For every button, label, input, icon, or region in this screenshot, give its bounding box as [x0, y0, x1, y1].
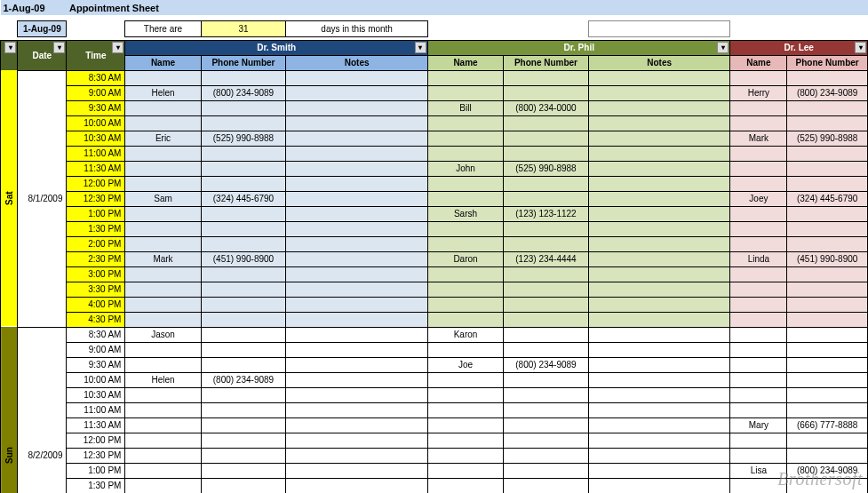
- smith-phone-cell[interactable]: (324) 445-6790: [201, 191, 286, 206]
- phil-name-cell[interactable]: [427, 372, 503, 387]
- phil-name-cell[interactable]: Sarsh: [427, 206, 503, 221]
- phil-phone-cell[interactable]: [504, 191, 589, 206]
- smith-notes-cell[interactable]: [286, 463, 428, 478]
- lee-phone-cell[interactable]: [787, 312, 868, 327]
- lee-name-cell[interactable]: [730, 297, 787, 312]
- phil-phone-cell[interactable]: (123) 123-1122: [504, 206, 589, 221]
- phil-notes-cell[interactable]: [588, 191, 730, 206]
- phil-phone-cell[interactable]: [504, 236, 589, 251]
- time-cell[interactable]: 11:00 AM: [67, 146, 125, 161]
- smith-phone-cell[interactable]: (800) 234-9089: [201, 85, 286, 100]
- col-smith-phone[interactable]: Phone Number: [201, 55, 286, 70]
- smith-name-cell[interactable]: [125, 176, 201, 191]
- header-time[interactable]: Time ▾: [67, 40, 125, 70]
- time-cell[interactable]: 10:00 AM: [67, 372, 125, 387]
- smith-phone-cell[interactable]: [201, 433, 286, 448]
- lee-phone-cell[interactable]: [787, 342, 868, 357]
- time-cell[interactable]: 10:00 AM: [67, 115, 125, 131]
- time-cell[interactable]: 9:30 AM: [67, 100, 125, 115]
- smith-name-cell[interactable]: Sam: [125, 191, 201, 206]
- filter-dropdown-icon[interactable]: ▾: [112, 42, 123, 53]
- time-cell[interactable]: 10:30 AM: [67, 387, 125, 402]
- lee-phone-cell[interactable]: [787, 402, 868, 417]
- smith-name-cell[interactable]: [125, 297, 201, 312]
- smith-notes-cell[interactable]: [286, 282, 428, 297]
- lee-name-cell[interactable]: [730, 448, 787, 463]
- phil-name-cell[interactable]: [427, 387, 503, 402]
- info-date-cell[interactable]: 1-Aug-09: [18, 20, 67, 36]
- smith-name-cell[interactable]: [125, 100, 201, 115]
- phil-notes-cell[interactable]: [588, 251, 730, 266]
- smith-phone-cell[interactable]: [201, 312, 286, 327]
- phil-name-cell[interactable]: [427, 312, 503, 327]
- phil-name-cell[interactable]: [427, 282, 503, 297]
- lee-name-cell[interactable]: [730, 327, 787, 342]
- lee-phone-cell[interactable]: [787, 357, 868, 372]
- lee-name-cell[interactable]: [730, 342, 787, 357]
- lee-name-cell[interactable]: [730, 115, 787, 131]
- lee-name-cell[interactable]: [730, 206, 787, 221]
- phil-notes-cell[interactable]: [588, 297, 730, 312]
- phil-name-cell[interactable]: Karon: [427, 327, 503, 342]
- lee-name-cell[interactable]: Mark: [730, 131, 787, 146]
- time-cell[interactable]: 2:00 PM: [67, 236, 125, 251]
- lee-phone-cell[interactable]: [787, 387, 868, 402]
- phil-notes-cell[interactable]: [588, 357, 730, 372]
- smith-notes-cell[interactable]: [286, 236, 428, 251]
- smith-phone-cell[interactable]: (451) 990-8900: [201, 251, 286, 266]
- time-cell[interactable]: 11:00 AM: [67, 402, 125, 417]
- phil-phone-cell[interactable]: [504, 387, 589, 402]
- lee-phone-cell[interactable]: (451) 990-8900: [787, 251, 868, 266]
- time-cell[interactable]: 12:30 PM: [67, 448, 125, 463]
- lee-phone-cell[interactable]: [787, 236, 868, 251]
- phil-phone-cell[interactable]: [504, 448, 589, 463]
- smith-notes-cell[interactable]: [286, 478, 428, 493]
- phil-phone-cell[interactable]: [504, 342, 589, 357]
- phil-name-cell[interactable]: [427, 221, 503, 236]
- lee-phone-cell[interactable]: [787, 282, 868, 297]
- phil-name-cell[interactable]: [427, 176, 503, 191]
- smith-phone-cell[interactable]: [201, 100, 286, 115]
- smith-name-cell[interactable]: [125, 161, 201, 176]
- phil-name-cell[interactable]: [427, 342, 503, 357]
- smith-notes-cell[interactable]: [286, 327, 428, 342]
- smith-name-cell[interactable]: [125, 402, 201, 417]
- header-doctor-lee[interactable]: Dr. Lee ▾: [730, 40, 868, 55]
- lee-phone-cell[interactable]: (666) 777-8888: [787, 417, 868, 433]
- phil-phone-cell[interactable]: [504, 417, 589, 433]
- lee-name-cell[interactable]: [730, 478, 787, 493]
- lee-name-cell[interactable]: [730, 266, 787, 282]
- header-date[interactable]: Date ▾: [18, 40, 67, 70]
- smith-name-cell[interactable]: [125, 115, 201, 131]
- phil-notes-cell[interactable]: [588, 115, 730, 131]
- lee-phone-cell[interactable]: [787, 478, 868, 493]
- phil-notes-cell[interactable]: [588, 327, 730, 342]
- col-smith-name[interactable]: Name: [125, 55, 201, 70]
- phil-name-cell[interactable]: [427, 402, 503, 417]
- smith-phone-cell[interactable]: [201, 221, 286, 236]
- smith-notes-cell[interactable]: [286, 357, 428, 372]
- time-cell[interactable]: 12:30 PM: [67, 191, 125, 206]
- lee-name-cell[interactable]: [730, 357, 787, 372]
- lee-phone-cell[interactable]: [787, 297, 868, 312]
- smith-notes-cell[interactable]: [286, 433, 428, 448]
- phil-notes-cell[interactable]: [588, 387, 730, 402]
- smith-phone-cell[interactable]: [201, 417, 286, 433]
- smith-name-cell[interactable]: [125, 478, 201, 493]
- phil-notes-cell[interactable]: [588, 402, 730, 417]
- smith-notes-cell[interactable]: [286, 297, 428, 312]
- lee-phone-cell[interactable]: [787, 266, 868, 282]
- lee-name-cell[interactable]: [730, 176, 787, 191]
- smith-name-cell[interactable]: [125, 206, 201, 221]
- smith-notes-cell[interactable]: [286, 100, 428, 115]
- phil-notes-cell[interactable]: [588, 448, 730, 463]
- phil-phone-cell[interactable]: [504, 85, 589, 100]
- filter-dropdown-icon[interactable]: ▾: [53, 42, 65, 53]
- smith-name-cell[interactable]: [125, 342, 201, 357]
- phil-phone-cell[interactable]: (123) 234-4444: [504, 251, 589, 266]
- smith-name-cell[interactable]: Helen: [125, 372, 201, 387]
- time-cell[interactable]: 1:30 PM: [67, 478, 125, 493]
- col-lee-phone[interactable]: Phone Number: [787, 55, 868, 70]
- smith-phone-cell[interactable]: [201, 342, 286, 357]
- smith-phone-cell[interactable]: [201, 387, 286, 402]
